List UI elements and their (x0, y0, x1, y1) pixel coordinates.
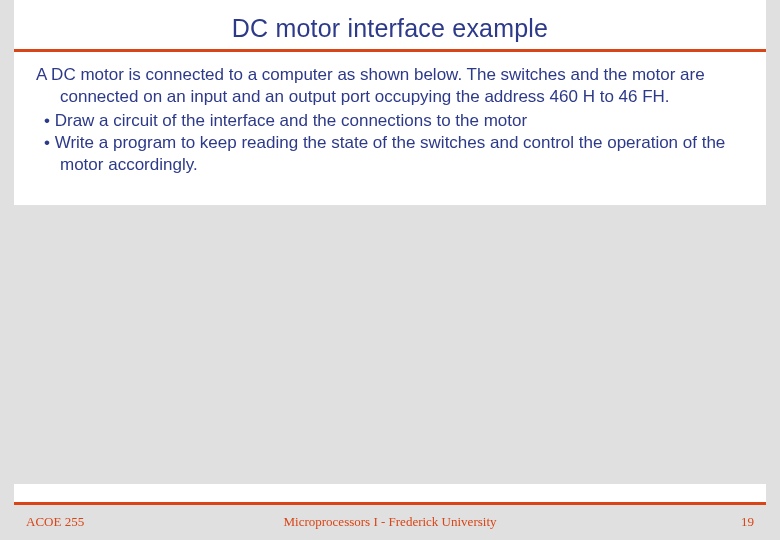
bullet-item: Draw a circuit of the interface and the … (36, 110, 744, 132)
bullet-item: Write a program to keep reading the stat… (36, 132, 744, 176)
footer-course-title: Microprocessors I - Frederick University (14, 514, 766, 530)
intro-paragraph: A DC motor is connected to a computer as… (36, 64, 744, 108)
slide-title: DC motor interface example (14, 0, 766, 49)
slide-content: A DC motor is connected to a computer as… (14, 52, 766, 176)
diagram-placeholder (14, 205, 766, 484)
footer-rule (14, 502, 766, 505)
footer-page-number: 19 (741, 514, 754, 530)
slide-background: DC motor interface example A DC motor is… (0, 0, 780, 540)
